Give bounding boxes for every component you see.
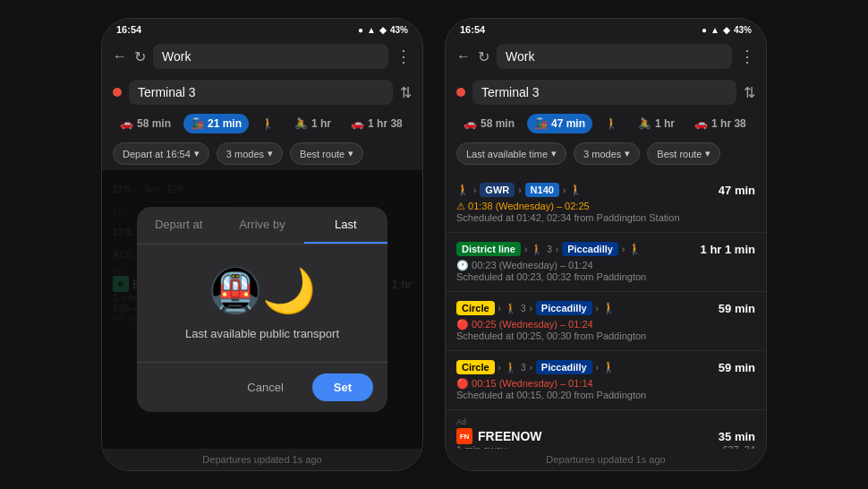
bike-tab[interactable]: 🚴1 hr — [287, 114, 338, 133]
right-swap-icon[interactable]: ⇅ — [744, 84, 755, 101]
right-signal-icon: ◆ — [723, 25, 730, 35]
back-icon[interactable]: ← — [113, 48, 127, 64]
arrow-3b: › — [529, 304, 532, 313]
left-origin-bar: Terminal 3 ⇅ — [102, 74, 422, 110]
right-origin-dot-icon — [456, 88, 465, 97]
more-icon[interactable]: ⋮ — [396, 47, 412, 66]
swap-icon[interactable]: ⇅ — [400, 84, 412, 101]
left-nav-bar: ← ↻ Work ⋮ — [102, 39, 422, 74]
last-tab[interactable]: Last — [304, 207, 387, 244]
route-4-schedule: Scheduled at 00:15, 00:20 from Paddingto… — [456, 390, 646, 400]
origin-input[interactable]: Terminal 3 — [129, 80, 393, 105]
transport-night-icon: 🚇🌙 — [208, 266, 316, 316]
arrow-1b: › — [518, 185, 521, 195]
route-filter[interactable]: Best route ▾ — [290, 142, 363, 165]
walk-num-3: 3 — [521, 304, 526, 313]
route-3-time: 59 min — [719, 302, 755, 315]
destination-input[interactable]: Work — [153, 44, 388, 69]
chevron-down-icon-3: ▾ — [348, 148, 353, 159]
walk-icon-3: 🚶 — [505, 303, 517, 314]
left-filter-bar: Depart at 16:54 ▾ 3 modes ▾ Best route ▾ — [102, 137, 422, 170]
depart-at-tab[interactable]: Depart at — [137, 207, 220, 244]
car2-tab[interactable]: 🚗1 hr 38 — [344, 114, 410, 133]
right-back-icon[interactable]: ← — [456, 48, 471, 64]
walk-icon-2: 🚶 — [531, 244, 543, 255]
arrow-2b: › — [556, 244, 558, 254]
right-wifi-icon: ▲ — [711, 25, 719, 35]
route-4-header: Circle › 🚶 3 › Piccadilly › 🚶 59 min — [456, 360, 755, 374]
dialog-content: 🚇🌙 Last available public transport — [137, 244, 387, 362]
route-2-badges: District line › 🚶 3 › Piccadilly › 🚶 — [456, 242, 642, 256]
right-bike-tab[interactable]: 🚴1 hr — [631, 114, 682, 133]
right-origin-input[interactable]: Terminal 3 — [472, 80, 736, 105]
walk-tab[interactable]: 🚶 — [254, 114, 282, 133]
route-2-time: 1 hr 1 min — [701, 243, 755, 256]
walk-icon-1b: 🚶 — [569, 184, 583, 196]
right-refresh-icon[interactable]: ↻ — [478, 48, 489, 65]
right-status-icons: ● ▲ ◆ 43% — [702, 25, 752, 35]
chevron-down-icon: ▾ — [194, 148, 200, 159]
right-destination-input[interactable]: Work — [497, 44, 732, 69]
cancel-button[interactable]: Cancel — [229, 373, 301, 401]
dialog-overlay: Depart at Arrive by Last 🚇🌙 Last availab… — [102, 170, 422, 449]
right-chevron-down-icon: ▾ — [551, 148, 557, 159]
left-time: 16:54 — [116, 24, 141, 35]
circle-badge-1: Circle — [456, 301, 495, 315]
right-car2-tab[interactable]: 🚗1 hr 38 — [687, 114, 753, 133]
right-phone: 16:54 ● ▲ ◆ 43% ← ↻ Work ⋮ Terminal 3 ⇅ — [445, 18, 767, 471]
right-walk-tab[interactable]: 🚶 — [598, 114, 625, 133]
left-phone: 16:54 ● ▲ ◆ 43% ← ↻ Work ⋮ Terminal 3 ⇅ — [101, 18, 423, 471]
freenow-name: FN FREENOW — [456, 428, 542, 444]
route-item-4[interactable]: Circle › 🚶 3 › Piccadilly › 🚶 59 min 🔴 0 — [446, 351, 766, 410]
arrive-by-tab[interactable]: Arrive by — [220, 207, 303, 244]
car-tab[interactable]: 🚗58 min — [113, 114, 178, 133]
arrow-1c: › — [563, 185, 566, 195]
right-time-filter[interactable]: Last available time ▾ — [456, 142, 566, 165]
arrow-2c: › — [622, 244, 625, 254]
battery-text: 43% — [390, 25, 408, 35]
right-footer: Departures updated 1s ago — [446, 449, 766, 470]
walk-icon-4: 🚶 — [505, 362, 517, 373]
route-1-header: 🚶 › GWR › N140 › 🚶 47 min — [456, 183, 755, 197]
arrow-3c: › — [596, 304, 599, 313]
route-item-1[interactable]: 🚶 › GWR › N140 › 🚶 47 min ⚠ 01:38 (Wedne… — [446, 174, 766, 233]
left-content-bg: 17:0... Sch...E26 MO... 17:0... in 7... … — [102, 170, 422, 449]
route-4-warning: 🔴 00:15 (Wednesday) – 01:14 — [456, 378, 593, 389]
n140-badge: N140 — [525, 183, 559, 197]
route-item-3[interactable]: Circle › 🚶 3 › Piccadilly › 🚶 59 min 🔴 0 — [446, 292, 766, 351]
piccadilly-badge-3: Piccadilly — [536, 360, 592, 374]
modes-filter[interactable]: 3 modes ▾ — [217, 142, 283, 165]
piccadilly-badge-2: Piccadilly — [536, 301, 592, 315]
wifi-icon: ▲ — [367, 25, 376, 35]
route-1-time: 47 min — [719, 184, 755, 197]
route-item-2[interactable]: District line › 🚶 3 › Piccadilly › 🚶 1 h… — [446, 233, 766, 292]
set-button[interactable]: Set — [312, 373, 373, 401]
right-modes-filter[interactable]: 3 modes ▾ — [574, 142, 640, 165]
left-transport-tabs: 🚗58 min 🚂21 min 🚶 🚴1 hr 🚗1 hr 38 — [102, 110, 422, 137]
right-more-icon[interactable]: ⋮ — [739, 47, 755, 66]
walk-icon-4b: 🚶 — [602, 361, 616, 373]
route-3-header: Circle › 🚶 3 › Piccadilly › 🚶 59 min — [456, 301, 755, 315]
right-route-filter[interactable]: Best route ▾ — [647, 142, 720, 165]
signal-icon: ◆ — [379, 25, 387, 35]
freenow-ad[interactable]: Ad FN FREENOW 35 min 1 min away £27–34 A… — [446, 410, 766, 449]
chevron-down-icon-2: ▾ — [268, 148, 273, 159]
route-2-detail: 🕐 00:23 (Wednesday) – 01:24 Scheduled at… — [456, 260, 755, 282]
walk-num-2: 3 — [547, 244, 552, 254]
location-icon: ● — [358, 25, 363, 35]
route-2-clock: 🕐 00:23 (Wednesday) – 01:24 — [456, 260, 593, 270]
route-4-badges: Circle › 🚶 3 › Piccadilly › 🚶 — [456, 360, 616, 374]
train-tab[interactable]: 🚂21 min — [183, 114, 249, 133]
right-content: 🚶 › GWR › N140 › 🚶 47 min ⚠ 01:38 (Wedne… — [446, 170, 766, 449]
walk-num-4: 3 — [521, 363, 526, 373]
right-car-tab[interactable]: 🚗58 min — [456, 114, 522, 133]
time-dialog: Depart at Arrive by Last 🚇🌙 Last availab… — [137, 207, 387, 412]
depart-filter[interactable]: Depart at 16:54 ▾ — [113, 142, 209, 165]
route-1-badges: 🚶 › GWR › N140 › 🚶 — [456, 183, 583, 197]
left-footer: Departures updated 1s ago — [102, 449, 422, 470]
route-1-schedule: Scheduled at 01:42, 02:34 from Paddingto… — [456, 212, 680, 223]
right-train-tab[interactable]: 🚂47 min — [527, 114, 592, 133]
refresh-icon[interactable]: ↻ — [134, 48, 146, 65]
walk-icon-1: 🚶 — [456, 184, 470, 196]
freenow-duration: 35 min — [719, 430, 755, 443]
